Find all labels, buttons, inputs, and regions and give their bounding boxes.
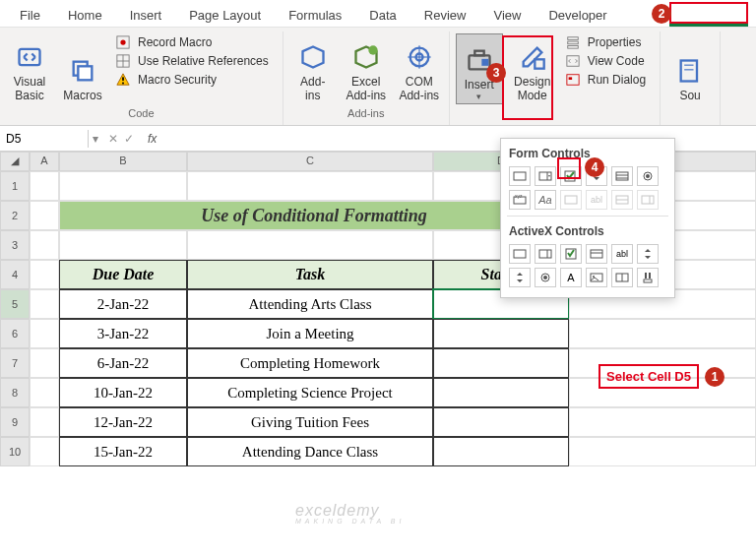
svg-text:xyz: xyz (515, 195, 523, 199)
source-icon (676, 57, 704, 85)
table-cell[interactable]: Join a Meeting (187, 319, 433, 348)
table-cell[interactable]: 3-Jan-22 (59, 319, 187, 348)
chevron-down-icon: ▾ (476, 92, 481, 101)
ax-list-icon[interactable] (586, 244, 607, 264)
tab-view[interactable]: View (479, 4, 535, 27)
table-cell[interactable] (433, 407, 569, 437)
svg-rect-54 (644, 279, 652, 282)
design-mode-button[interactable]: Design Mode (509, 33, 556, 104)
table-cell[interactable] (433, 378, 569, 407)
ax-spin-icon[interactable] (509, 268, 531, 287)
visual-basic-icon (16, 43, 43, 71)
enter-icon[interactable]: ✓ (124, 132, 134, 146)
svg-rect-8 (122, 77, 124, 81)
row-5[interactable]: 5 (0, 289, 30, 319)
ax-button-icon[interactable] (509, 244, 531, 264)
col-C[interactable]: C (187, 152, 433, 171)
row-2[interactable]: 2 (0, 201, 30, 230)
view-code-button[interactable]: View Code (562, 52, 654, 70)
label-control-icon[interactable]: Aa (535, 190, 556, 210)
record-macro-button[interactable]: Record Macro (112, 33, 277, 51)
col-A[interactable]: A (30, 152, 59, 171)
row-4[interactable]: 4 (0, 260, 30, 289)
tab-file[interactable]: File (6, 4, 54, 27)
row-8[interactable]: 8 (0, 378, 30, 407)
macros-button[interactable]: Macros (59, 33, 106, 104)
cancel-icon[interactable]: ✕ (108, 132, 118, 146)
ax-toggle-icon[interactable] (611, 268, 633, 287)
record-macro-icon (116, 35, 130, 49)
svg-point-4 (120, 39, 125, 44)
table-cell[interactable]: Completing Homework (187, 348, 433, 378)
ax-scroll-icon[interactable] (637, 244, 659, 264)
fx-icon[interactable]: fx (140, 132, 164, 146)
group-control-icon[interactable]: xyz (509, 190, 531, 210)
com-addins-button[interactable]: COM Add-ins (396, 33, 443, 104)
table-cell[interactable]: 2-Jan-22 (59, 289, 187, 319)
row-10[interactable]: 10 (0, 437, 30, 466)
table-cell[interactable]: Attending Arts Class (187, 289, 433, 319)
ribbon: Visual Basic Macros Record Macro Use Rel… (0, 28, 756, 126)
properties-button[interactable]: Properties (562, 33, 654, 51)
row-6[interactable]: 6 (0, 319, 30, 348)
tab-formulas[interactable]: Formulas (275, 4, 355, 27)
ax-text-icon[interactable]: abl (611, 244, 633, 264)
scroll-control-icon (637, 190, 659, 210)
ax-label-icon[interactable]: A (560, 268, 582, 287)
table-cell[interactable]: 10-Jan-22 (59, 378, 187, 407)
select-all[interactable]: ◢ (0, 152, 30, 171)
code-icon (566, 54, 580, 68)
checkbox-control-icon[interactable] (560, 166, 582, 186)
ax-option-icon[interactable] (535, 268, 556, 287)
table-cell[interactable]: Attending Dance Class (187, 437, 433, 466)
row-7[interactable]: 7 (0, 348, 30, 378)
table-cell[interactable]: 15-Jan-22 (59, 437, 187, 466)
tab-page-layout[interactable]: Page Layout (175, 4, 275, 27)
svg-rect-19 (567, 37, 578, 40)
table-cell[interactable]: Completing Science Project (187, 378, 433, 407)
macro-security-button[interactable]: Macro Security (112, 71, 277, 89)
table-cell[interactable]: 6-Jan-22 (59, 348, 187, 378)
table-cell[interactable] (433, 437, 569, 466)
name-box[interactable]: D5 (0, 130, 89, 148)
table-cell[interactable]: Giving Tuition Fees (187, 407, 433, 437)
relative-ref-button[interactable]: Use Relative References (112, 52, 277, 70)
tab-insert[interactable]: Insert (116, 4, 176, 27)
header-due-date: Due Date (59, 260, 187, 289)
tab-developer[interactable]: Developer (535, 4, 620, 27)
ax-image-icon[interactable] (586, 268, 607, 287)
row-3[interactable]: 3 (0, 230, 30, 260)
group-controls: Insert ▾ Design Mode Properties View Cod… (450, 31, 660, 125)
combo-control-icon[interactable] (535, 166, 556, 186)
ax-more-icon[interactable] (637, 268, 659, 287)
run-dialog-button[interactable]: Run Dialog (562, 71, 654, 89)
excel-addins-button[interactable]: Excel Add-ins (343, 33, 390, 104)
design-icon (519, 43, 546, 71)
name-box-dropdown-icon[interactable]: ▾ (89, 132, 102, 146)
addins-button[interactable]: Add- ins (289, 33, 337, 104)
table-cell[interactable] (433, 348, 569, 378)
table-cell[interactable]: 12-Jan-22 (59, 407, 187, 437)
tab-review[interactable]: Review (410, 4, 480, 27)
com-addins-icon (406, 43, 433, 71)
ax-checkbox-icon[interactable] (560, 244, 582, 264)
svg-rect-9 (122, 83, 124, 85)
col-B[interactable]: B (59, 152, 187, 171)
source-button[interactable]: Sou (666, 33, 714, 104)
row-9[interactable]: 9 (0, 407, 30, 437)
row-1[interactable]: 1 (0, 171, 30, 201)
ax-combo-icon[interactable] (535, 244, 556, 264)
button-control-icon[interactable] (509, 166, 531, 186)
properties-icon (566, 35, 580, 49)
tab-data[interactable]: Data (355, 4, 410, 27)
tab-home[interactable]: Home (54, 4, 116, 27)
option-control-icon[interactable] (637, 166, 659, 186)
visual-basic-button[interactable]: Visual Basic (6, 33, 53, 104)
svg-rect-44 (539, 250, 551, 258)
table-cell[interactable] (433, 319, 569, 348)
svg-rect-18 (535, 59, 543, 68)
list-control-icon[interactable] (611, 166, 633, 186)
svg-rect-21 (567, 46, 578, 49)
sheet-title: Use of Conditional Formatting (59, 201, 569, 230)
excel-addins-icon (352, 43, 380, 71)
